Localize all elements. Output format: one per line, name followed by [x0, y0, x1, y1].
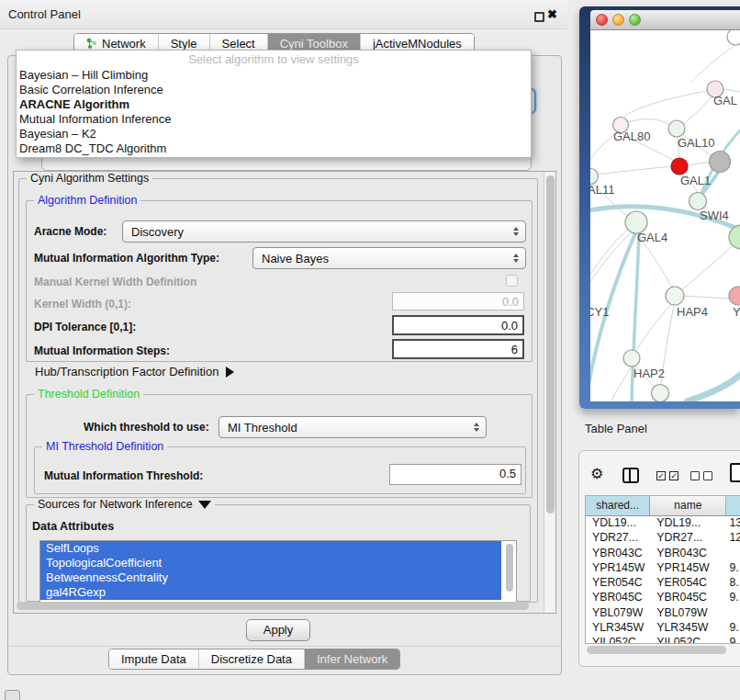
algorithm-option-bayesian-hill-climbing[interactable]: Bayesian – Hill Climbing	[17, 68, 531, 83]
table-row[interactable]: YIL052CYIL052C9	[586, 636, 740, 644]
table-row[interactable]: YBL079WYBL079W	[586, 606, 740, 621]
node-label: GAL4	[637, 231, 667, 244]
network-node-gal10[interactable]	[668, 120, 685, 137]
dpi-tolerance-field[interactable]: 0.0	[392, 315, 524, 335]
unchecked-checkbox-icon[interactable]	[703, 471, 712, 480]
network-node-gal11[interactable]	[590, 169, 599, 185]
table-cell: YIL052C	[586, 636, 650, 644]
unchecked-checkbox-icon[interactable]	[690, 471, 700, 480]
table-cell: 9.	[726, 591, 740, 605]
table-row[interactable]: YER054CYER054C8.	[586, 576, 740, 591]
list-scrollbar-thumb[interactable]	[506, 544, 513, 592]
column-header-2[interactable]	[726, 496, 740, 515]
network-node[interactable]	[727, 30, 740, 45]
gear-icon[interactable]: ⚙	[590, 465, 603, 482]
table-cell: 13	[726, 516, 740, 531]
column-header-name[interactable]: name	[650, 496, 726, 515]
tab-infer-network[interactable]: Infer Network	[304, 649, 399, 669]
mi-threshold-field[interactable]: 0.5	[389, 464, 521, 485]
node-label: HAP4	[677, 305, 708, 319]
network-edge	[636, 304, 671, 351]
network-node[interactable]	[652, 385, 669, 402]
attribute-item-selfloops[interactable]: SelfLoops	[40, 541, 501, 556]
table-cell	[726, 606, 740, 621]
data-attributes-list[interactable]: SelfLoopsTopologicalCoefficientBetweenne…	[39, 540, 517, 603]
document-icon[interactable]	[730, 463, 740, 482]
table-cell: YBR045C	[650, 591, 726, 605]
attribute-item-topologicalcoefficient[interactable]: TopologicalCoefficient	[40, 556, 501, 570]
table-row[interactable]: YDL19...YDL19...13	[586, 516, 740, 531]
algorithm-option-bayesian-k2[interactable]: Bayesian – K2	[17, 127, 531, 141]
network-node-gal1[interactable]	[671, 158, 688, 175]
network-node-swi4[interactable]	[690, 193, 707, 210]
network-node-hap2[interactable]	[623, 350, 640, 367]
algorithm-dropdown-list: Bayesian – Hill ClimbingBasic Correlatio…	[17, 68, 531, 156]
minimize-window-button[interactable]	[612, 14, 624, 26]
table-cell: YDL19...	[650, 516, 726, 531]
table-row[interactable]: YLR345WYLR345W9.	[586, 621, 740, 636]
table-row[interactable]: YDR27...YDR27...12	[586, 531, 740, 546]
mi-steps-field[interactable]: 6	[392, 339, 524, 359]
table-cell: 9.	[726, 561, 740, 576]
table-horizontal-scrollbar[interactable]	[587, 646, 726, 654]
which-threshold-combobox[interactable]: MI Threshold	[219, 416, 487, 438]
mi-type-combobox[interactable]: Naive Bayes	[252, 247, 526, 269]
checked-checkbox-icon[interactable]: ✓	[669, 471, 678, 480]
zoom-window-button[interactable]	[629, 14, 641, 26]
table-row[interactable]: YBR045CYBR045C9.	[586, 591, 740, 605]
close-icon[interactable]: ✖	[547, 7, 557, 21]
table-cell	[726, 547, 740, 561]
tab-impute-data[interactable]: Impute Data	[109, 649, 198, 669]
checked-checkbox-icon[interactable]: ✓	[656, 471, 666, 480]
node-label: GAL11	[590, 183, 615, 197]
threshold-definition-title: Threshold Definition	[34, 388, 143, 401]
algorithm-option-aracne-algorithm[interactable]: ARACNE Algorithm	[17, 97, 531, 112]
node-label: Y	[733, 305, 740, 319]
network-edge	[681, 244, 734, 290]
collapsed-panel-button[interactable]	[5, 690, 20, 700]
network-graph: GALGAL80GAL10GAL1GAL11SWI4GAL4GCY1HAP4YH…	[590, 30, 740, 401]
algorithm-option-mutual-information-inference[interactable]: Mutual Information Inference	[17, 112, 531, 127]
settings-vertical-scrollbar[interactable]	[544, 172, 555, 613]
table-cell: YBL079W	[586, 606, 650, 621]
settings-horizontal-scrollbar[interactable]	[17, 602, 529, 610]
scrollbar-thumb[interactable]	[546, 175, 555, 514]
network-canvas[interactable]: GALGAL80GAL10GAL1GAL11SWI4GAL4GCY1HAP4YH…	[590, 30, 740, 401]
algorithm-dropdown-prompt: Select algorithm to view settings	[17, 52, 531, 68]
table-cell: YER054C	[586, 576, 650, 591]
network-node[interactable]	[710, 152, 731, 173]
threshold-definition-group: Threshold Definition Which threshold to …	[26, 394, 533, 498]
tab-discretize-data[interactable]: Discretize Data	[198, 649, 304, 669]
network-node[interactable]	[729, 225, 740, 249]
close-window-button[interactable]	[596, 14, 608, 26]
columns-icon[interactable]	[622, 468, 639, 483]
aracne-mode-label: Aracne Mode:	[34, 225, 107, 238]
apply-button[interactable]: Apply	[246, 619, 310, 641]
tab-label: Select	[222, 37, 255, 51]
manual-kernel-checkbox[interactable]	[506, 275, 518, 287]
tab-label: Infer Network	[317, 652, 387, 666]
network-edge	[687, 375, 740, 401]
table-row[interactable]: YPR145WYPR145W9.	[586, 561, 740, 576]
data-attributes-label: Data Attributes	[32, 520, 114, 533]
hub-definition-toggle[interactable]: Hub/Transcription Factor Definition	[35, 365, 234, 378]
tab-label: jActiveMNodules	[373, 37, 462, 51]
network-node-hap4[interactable]	[666, 287, 684, 305]
table-cell: YDR27...	[586, 531, 650, 546]
attribute-item-gal4rgexp[interactable]: gal4RGexp	[40, 585, 501, 600]
network-node-y[interactable]	[729, 287, 740, 305]
table-cell: 8.	[726, 576, 740, 591]
table-row[interactable]: YBR043CYBR043C	[586, 547, 740, 561]
cyni-settings-group-title: Cyni Algorithm Settings	[27, 172, 152, 185]
attribute-item-betweennesscentrality[interactable]: BetweennessCentrality	[40, 570, 501, 585]
algorithm-option-basic-correlation-inference[interactable]: Basic Correlation Inference	[17, 83, 531, 97]
float-window-icon[interactable]	[534, 12, 544, 22]
table-cell: YBR045C	[586, 591, 650, 605]
aracne-mode-combobox[interactable]: Discovery	[122, 220, 526, 243]
column-header-shared[interactable]: shared...	[586, 496, 650, 515]
network-edge	[628, 119, 669, 125]
algorithm-option-dream8-dc-tdc-algorithm[interactable]: Dream8 DC_TDC Algorithm	[17, 141, 531, 156]
network-edge	[723, 89, 740, 92]
network-window-titlebar[interactable]	[590, 10, 740, 30]
kernel-width-field[interactable]: 0.0	[392, 292, 524, 310]
